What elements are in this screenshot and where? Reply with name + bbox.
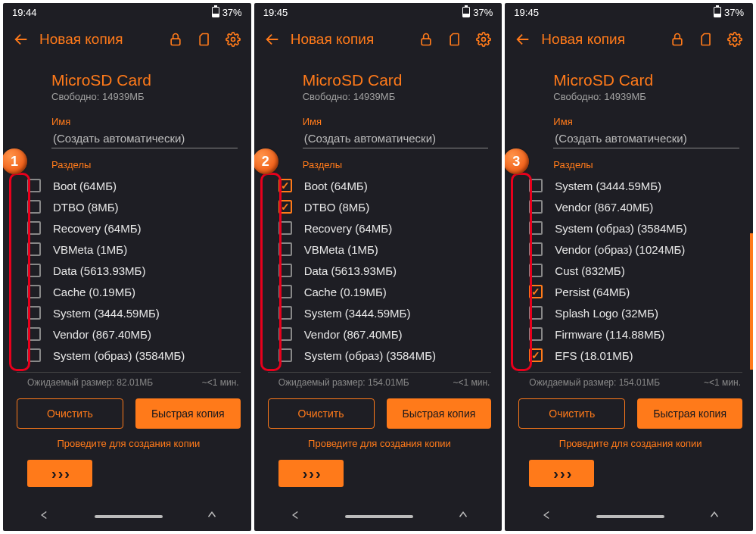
storage-title: MicroSD Card bbox=[518, 71, 742, 89]
lock-icon[interactable] bbox=[667, 29, 688, 50]
partition-row[interactable]: Cust (832МБ) bbox=[518, 260, 742, 281]
partition-row[interactable]: Vendor (образ) (1024МБ) bbox=[518, 239, 742, 260]
partition-label: Data (5613.93МБ) bbox=[53, 264, 145, 277]
partition-row[interactable]: System (3444.59МБ) bbox=[518, 175, 742, 196]
quick-copy-button[interactable]: Быстрая копия bbox=[637, 398, 742, 429]
partition-row[interactable]: VBMeta (1МБ) bbox=[268, 239, 492, 260]
partition-row[interactable]: Persist (64МБ) bbox=[518, 281, 742, 302]
swipe-hint: Проведите для создания копии bbox=[17, 438, 241, 449]
estimate-row: Ожидаемый размер: 82.01МБ ~<1 мин. bbox=[17, 372, 241, 388]
lock-icon[interactable] bbox=[415, 29, 437, 50]
gear-icon[interactable] bbox=[473, 29, 494, 50]
back-icon[interactable] bbox=[262, 29, 283, 50]
partition-row[interactable]: Recovery (64МБ) bbox=[268, 217, 492, 239]
name-input[interactable]: (Создать автоматически) bbox=[51, 129, 238, 148]
sdcard-icon[interactable] bbox=[194, 29, 215, 50]
quick-copy-button[interactable]: Быстрая копия bbox=[135, 398, 241, 429]
nav-bar bbox=[268, 502, 492, 531]
nav-up-icon[interactable] bbox=[205, 508, 219, 525]
partition-row[interactable]: Cache (0.19МБ) bbox=[17, 281, 241, 302]
quick-copy-button[interactable]: Быстрая копия bbox=[387, 398, 492, 429]
partition-label: Vendor (867.40МБ) bbox=[555, 201, 653, 214]
clear-button[interactable]: Очистить bbox=[518, 398, 625, 429]
nav-up-icon[interactable] bbox=[456, 508, 470, 525]
name-label: Имя bbox=[17, 116, 241, 127]
partitions-list: Boot (64МБ) DTBO (8МБ) Recovery (64МБ) bbox=[17, 175, 241, 366]
swipe-button[interactable]: › › › bbox=[529, 460, 594, 487]
storage-free: Свободно: 14939МБ bbox=[518, 91, 742, 102]
lock-icon[interactable] bbox=[165, 29, 186, 50]
action-row: Очистить Быстрая копия bbox=[268, 398, 492, 429]
gear-icon[interactable] bbox=[724, 29, 745, 50]
svg-point-3 bbox=[482, 38, 486, 42]
chevron-right-icon: › bbox=[64, 466, 70, 481]
phone-screen: 19:45 37% Новая копия bbox=[254, 3, 502, 531]
estimate-size: Ожидаемый размер: 154.01МБ bbox=[278, 377, 409, 388]
partition-row[interactable]: Data (5613.93МБ) bbox=[268, 260, 492, 281]
partition-row[interactable]: Firmware (114.88МБ) bbox=[518, 323, 742, 345]
partition-label: Cust (832МБ) bbox=[555, 264, 624, 277]
partition-row[interactable]: System (образ) (3584МБ) bbox=[518, 217, 742, 239]
nav-back-icon[interactable] bbox=[38, 508, 51, 525]
nav-bar bbox=[17, 502, 241, 531]
swipe-button[interactable]: › › › bbox=[278, 460, 344, 487]
action-row: Очистить Быстрая копия bbox=[518, 398, 742, 429]
status-bar: 19:44 37% bbox=[3, 3, 251, 21]
partition-row[interactable]: Vendor (867.40МБ) bbox=[268, 323, 492, 345]
phone-screen: 19:44 37% Новая копия bbox=[3, 3, 251, 531]
partition-row[interactable]: Splash Logo (32МБ) bbox=[518, 302, 742, 323]
gear-icon[interactable] bbox=[222, 29, 244, 50]
nav-home[interactable] bbox=[345, 515, 413, 518]
sdcard-icon[interactable] bbox=[695, 29, 717, 50]
nav-bar bbox=[518, 502, 742, 531]
partition-row[interactable]: Boot (64МБ) bbox=[17, 175, 241, 196]
svg-point-1 bbox=[231, 38, 235, 42]
partition-row[interactable]: System (образ) (3584МБ) bbox=[17, 345, 241, 366]
nav-home[interactable] bbox=[95, 515, 163, 518]
status-right: 37% bbox=[714, 7, 744, 18]
sdcard-icon[interactable] bbox=[444, 29, 465, 50]
partition-row[interactable]: System (3444.59МБ) bbox=[17, 302, 241, 323]
swipe-button[interactable]: › › › bbox=[27, 460, 92, 487]
partition-row[interactable]: System (образ) (3584МБ) bbox=[268, 345, 492, 366]
partition-row[interactable]: VBMeta (1МБ) bbox=[17, 239, 241, 260]
partition-row[interactable]: Recovery (64МБ) bbox=[17, 217, 241, 239]
step-badge: 1 bbox=[3, 148, 27, 174]
storage-title: MicroSD Card bbox=[268, 71, 492, 89]
partition-label: VBMeta (1МБ) bbox=[304, 243, 378, 256]
battery-percent: 37% bbox=[724, 7, 744, 18]
back-icon[interactable] bbox=[11, 29, 32, 50]
nav-back-icon[interactable] bbox=[540, 508, 554, 525]
storage-free: Свободно: 14939МБ bbox=[268, 91, 492, 102]
partitions-list: System (3444.59МБ) Vendor (867.40МБ) Sys… bbox=[518, 175, 742, 366]
partitions-list: Boot (64МБ) DTBO (8МБ) Recovery (64МБ) bbox=[268, 175, 492, 366]
status-time: 19:45 bbox=[514, 7, 539, 18]
status-right: 37% bbox=[462, 7, 493, 18]
partition-row[interactable]: DTBO (8МБ) bbox=[17, 196, 241, 217]
partition-row[interactable]: Vendor (867.40МБ) bbox=[518, 196, 742, 217]
partition-row[interactable]: Data (5613.93МБ) bbox=[17, 260, 241, 281]
status-right: 37% bbox=[212, 7, 242, 18]
back-icon[interactable] bbox=[512, 29, 534, 50]
partition-label: Boot (64МБ) bbox=[53, 180, 117, 192]
partitions-label: Разделы bbox=[268, 159, 492, 170]
clear-button[interactable]: Очистить bbox=[17, 398, 123, 429]
partition-label: System (образ) (3584МБ) bbox=[555, 222, 686, 235]
swipe-hint: Проведите для создания копии bbox=[268, 438, 492, 449]
app-header: Новая копия bbox=[3, 21, 251, 58]
partition-row[interactable]: DTBO (8МБ) bbox=[268, 196, 492, 217]
nav-back-icon[interactable] bbox=[289, 508, 303, 525]
partition-row[interactable]: Vendor (867.40МБ) bbox=[17, 323, 241, 345]
nav-up-icon[interactable] bbox=[708, 508, 721, 525]
clear-button[interactable]: Очистить bbox=[268, 398, 375, 429]
name-input[interactable]: (Создать автоматически) bbox=[303, 129, 489, 148]
partition-row[interactable]: System (3444.59МБ) bbox=[268, 302, 492, 323]
partition-label: Vendor (867.40МБ) bbox=[304, 328, 403, 341]
status-bar: 19:45 37% bbox=[505, 3, 753, 21]
step-number: 1 bbox=[3, 148, 27, 174]
name-input[interactable]: (Создать автоматически) bbox=[553, 129, 739, 148]
partition-row[interactable]: Cache (0.19МБ) bbox=[268, 281, 492, 302]
partition-row[interactable]: EFS (18.01МБ) bbox=[518, 345, 742, 366]
nav-home[interactable] bbox=[596, 515, 664, 518]
partition-row[interactable]: Boot (64МБ) bbox=[268, 175, 492, 196]
